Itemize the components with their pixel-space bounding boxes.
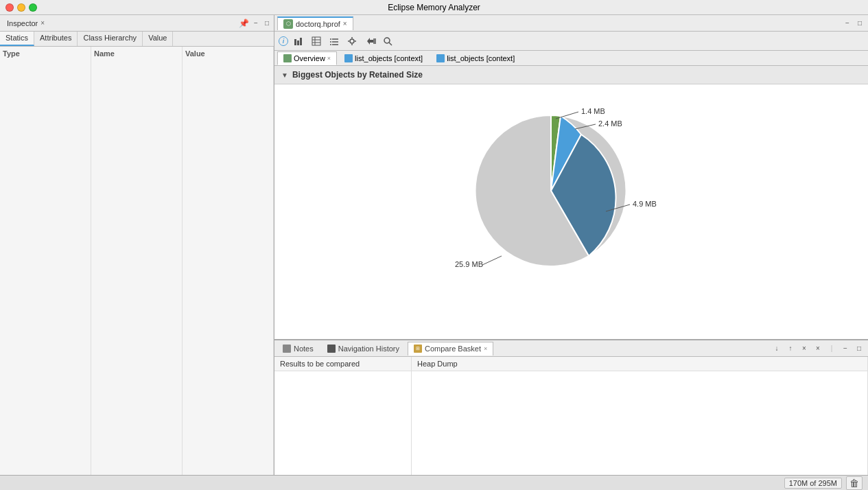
list-objects-2-icon	[436, 54, 445, 62]
heap-dump-column: Heap Dump	[412, 357, 868, 490]
chart-area: 1.4 MB 2.4 MB 4.9 MB 25.9 MB	[274, 84, 868, 283]
tab-navigation-history[interactable]: Navigation History	[322, 342, 405, 355]
name-column-header: Name	[94, 49, 179, 58]
file-tab-close[interactable]: ×	[343, 20, 347, 27]
bottom-content: Results to be compared Heap Dump	[274, 357, 868, 490]
svg-rect-0	[294, 39, 296, 45]
inner-tab-bar: Overview × list_objects [context] list_o…	[274, 51, 868, 66]
tab-overview[interactable]: Overview ×	[277, 51, 337, 65]
bottom-panel: Notes Navigation History ⊞ Compare Baske…	[274, 339, 868, 490]
move-down-button[interactable]: ↓	[771, 342, 783, 355]
list-objects-2-label: list_objects [context]	[447, 54, 515, 62]
overview-tab-close[interactable]: ×	[327, 55, 331, 62]
window-controls	[5, 3, 37, 12]
move-up-button[interactable]: ↑	[784, 342, 797, 355]
close-action-1-button[interactable]: ×	[798, 342, 810, 355]
main-toolbar: i	[274, 32, 868, 51]
type-column: Type	[0, 47, 91, 490]
inspector-tab-bar: Inspector × 📌 − □	[0, 15, 274, 32]
panel-minimize-button[interactable]: −	[252, 19, 260, 27]
overview-tab-label: Overview	[294, 54, 325, 62]
nav-left-button[interactable]	[362, 34, 377, 49]
memory-indicator: 170M of 295M	[784, 478, 842, 489]
tab-notes[interactable]: Notes	[277, 342, 319, 355]
tab-list-objects-1[interactable]: list_objects [context]	[338, 51, 429, 65]
list-button[interactable]	[327, 34, 342, 49]
section-title: Biggest Objects by Retained Size	[292, 70, 423, 80]
maximize-window-button[interactable]	[29, 3, 37, 12]
close-action-2-button[interactable]: ×	[812, 342, 824, 355]
bottom-tab-bar: Notes Navigation History ⊞ Compare Baske…	[274, 340, 868, 357]
compare-basket-tab-close[interactable]: ×	[484, 345, 487, 352]
inspector-tab-close[interactable]: ×	[40, 19, 45, 27]
tab-bar-buttons: − □	[842, 18, 865, 29]
list-objects-1-label: list_objects [context]	[355, 54, 423, 62]
svg-line-29	[482, 256, 502, 265]
bottom-tab-actions: ↓ ↑ × × | − □	[771, 342, 865, 355]
svg-point-7	[330, 38, 331, 40]
section-header: ▼ Biggest Objects by Retained Size	[274, 66, 868, 84]
compare-basket-icon: ⊞	[414, 345, 422, 353]
nav-history-icon	[327, 345, 336, 353]
info-button[interactable]: i	[279, 36, 288, 46]
nav-history-tab-label: Navigation History	[338, 345, 399, 353]
results-to-compare-column: Results to be compared	[274, 357, 412, 490]
bottom-minimize-button[interactable]: −	[839, 342, 852, 355]
app-title: Eclipse Memory Analyzer	[388, 3, 480, 12]
svg-marker-18	[367, 38, 373, 45]
svg-text:1.4 MB: 1.4 MB	[581, 107, 605, 115]
tab-statics[interactable]: Statics	[0, 32, 34, 46]
inspector-content: Type Name Value	[0, 47, 274, 490]
overview-tab-icon	[283, 54, 292, 62]
status-bar: 170M of 295M 🗑	[0, 475, 868, 490]
svg-line-22	[389, 43, 392, 45]
main-content: ▼ Biggest Objects by Retained Size	[274, 66, 868, 339]
svg-text:2.4 MB: 2.4 MB	[598, 119, 622, 128]
svg-point-9	[330, 41, 331, 43]
svg-text:25.9 MB: 25.9 MB	[455, 260, 483, 268]
file-tab-bar: ⬡ doctorq.hprof × − □	[274, 15, 868, 32]
bar-chart-button[interactable]	[291, 34, 306, 49]
file-tab-icon: ⬡	[283, 19, 293, 29]
svg-point-13	[350, 39, 354, 43]
svg-rect-1	[297, 40, 299, 45]
value-column-header: Value	[185, 49, 270, 58]
value-column: Value	[183, 47, 274, 490]
settings-button[interactable]	[344, 34, 360, 49]
memory-label: 170M of 295M	[789, 479, 837, 487]
gc-button[interactable]: 🗑	[846, 476, 863, 490]
file-tab-minimize-button[interactable]: −	[842, 18, 853, 29]
inspector-tab[interactable]: Inspector ×	[3, 18, 49, 29]
heap-dump-column-header: Heap Dump	[412, 357, 867, 371]
svg-point-11	[330, 44, 331, 45]
tab-value[interactable]: Value	[143, 32, 173, 46]
svg-rect-3	[312, 37, 320, 45]
inspector-tab-label: Inspector	[7, 19, 38, 27]
main-layout: Inspector × 📌 − □ Statics Attributes Cla…	[0, 15, 868, 490]
section-collapse-button[interactable]: ▼	[281, 71, 288, 79]
left-panel: Inspector × 📌 − □ Statics Attributes Cla…	[0, 15, 274, 490]
search-button[interactable]	[380, 34, 395, 49]
close-window-button[interactable]	[5, 3, 14, 12]
pin-icon[interactable]: 📌	[239, 19, 249, 28]
tab-attributes[interactable]: Attributes	[34, 32, 78, 46]
tab-compare-basket[interactable]: ⊞ Compare Basket ×	[408, 342, 493, 355]
notes-tab-label: Notes	[294, 345, 314, 353]
file-tab-hprof[interactable]: ⬡ doctorq.hprof ×	[277, 16, 353, 30]
results-column-header: Results to be compared	[274, 357, 411, 371]
type-column-header: Type	[3, 49, 88, 58]
table-button[interactable]	[309, 34, 324, 49]
tab-class-hierarchy[interactable]: Class Hierarchy	[78, 32, 143, 46]
minimize-window-button[interactable]	[17, 3, 25, 12]
svg-text:4.9 MB: 4.9 MB	[633, 200, 657, 208]
tab-list-objects-2[interactable]: list_objects [context]	[430, 51, 521, 65]
bottom-maximize-button[interactable]: □	[853, 342, 865, 355]
divider-icon: |	[825, 342, 838, 355]
notes-icon	[283, 345, 291, 353]
panel-maximize-button[interactable]: □	[263, 19, 271, 27]
svg-point-21	[384, 38, 390, 43]
file-tab-maximize-button[interactable]: □	[854, 18, 865, 29]
title-bar: Eclipse Memory Analyzer	[0, 0, 868, 15]
file-tab-label: doctorq.hprof	[296, 20, 340, 28]
compare-basket-tab-label: Compare Basket	[425, 345, 481, 353]
